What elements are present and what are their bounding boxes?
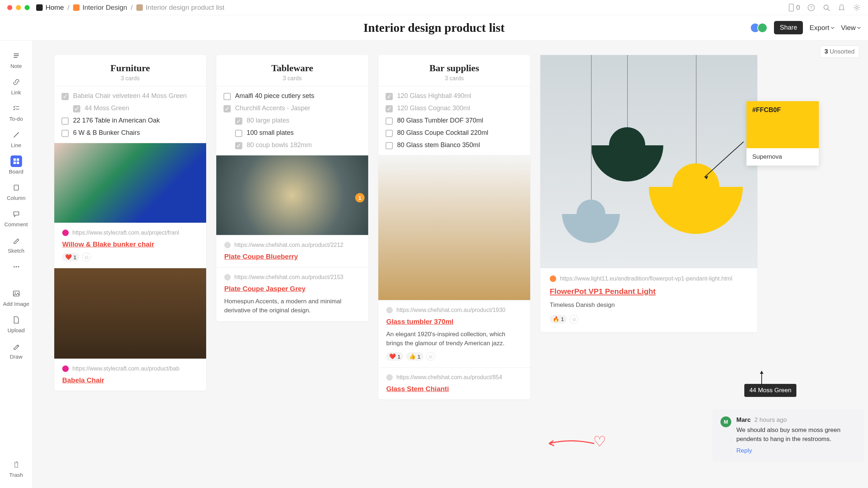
- maximize-dot[interactable]: [25, 5, 30, 10]
- rail-sketch[interactable]: Sketch: [0, 233, 32, 257]
- link-title[interactable]: Glass Stem Chianti: [386, 385, 522, 393]
- devices-button[interactable]: 0: [788, 4, 800, 12]
- todo-item[interactable]: ✓120 Glass Highball 490ml: [386, 92, 523, 100]
- link-card[interactable]: https://www.stylecraft.com.au/product/ba…: [54, 359, 206, 391]
- bell-icon[interactable]: [838, 4, 846, 12]
- todo-list: Amalfi 40 piece cutlery sets ✓Churchill …: [216, 86, 368, 155]
- view-button[interactable]: View: [841, 24, 861, 32]
- checkbox-icon: ✓: [61, 93, 69, 100]
- close-dot[interactable]: [7, 5, 12, 10]
- checkbox-icon: ✓: [386, 105, 393, 112]
- rail-todo[interactable]: To-do: [0, 101, 32, 125]
- add-reaction-icon[interactable]: ☺: [82, 253, 91, 261]
- todo-item[interactable]: 80 Glass Tumbler DOF 370ml: [386, 117, 523, 125]
- link-title[interactable]: Babela Chair: [62, 376, 198, 384]
- rail-draw[interactable]: Draw: [0, 339, 32, 363]
- comment-count-badge[interactable]: 1: [355, 193, 365, 202]
- column-tableware[interactable]: Tableware 3 cards Amalfi 40 piece cutler…: [216, 55, 368, 321]
- sketch-arrow-icon: [545, 436, 596, 451]
- rail-add-image[interactable]: Add Image: [0, 286, 32, 310]
- link-title[interactable]: Plate Coupe Blueberry: [224, 253, 360, 261]
- link-card[interactable]: https://www.chefshat.com.au/product/2153…: [216, 267, 368, 321]
- link-title[interactable]: Glass tumbler 370ml: [386, 318, 522, 326]
- reaction[interactable]: 👍1: [406, 352, 423, 361]
- svg-rect-9: [13, 162, 16, 164]
- svg-point-5: [856, 7, 858, 9]
- reaction[interactable]: ❤️1: [386, 352, 403, 361]
- breadcrumb-leaf[interactable]: Interior design product list: [136, 4, 225, 12]
- pencil-icon: [10, 341, 22, 352]
- link-card[interactable]: https://www.chefshat.com.au/product/1930…: [378, 300, 530, 367]
- todo-item[interactable]: 80 Glass stem Bianco 350ml: [386, 141, 523, 149]
- product-title[interactable]: FlowerPot VP1 Pendant Light: [550, 287, 748, 296]
- checkbox-icon: [61, 117, 69, 125]
- home-icon: [36, 4, 43, 11]
- todo-item[interactable]: ✓Churchill Accents - Jasper: [224, 104, 361, 112]
- photo-placeholder: [378, 155, 530, 300]
- rail-upload[interactable]: Upload: [0, 313, 32, 336]
- link-title[interactable]: Plate Coupe Jasper Grey: [224, 285, 360, 293]
- detail-card[interactable]: #FFCB0F Supernova https://www.light11.eu…: [540, 55, 757, 332]
- gear-icon[interactable]: [853, 4, 861, 12]
- column-bar-supplies[interactable]: Bar supplies 3 cards ✓120 Glass Highball…: [378, 55, 530, 399]
- photo-placeholder: [54, 143, 206, 223]
- image-card[interactable]: [54, 143, 206, 223]
- add-reaction-icon[interactable]: ☺: [570, 315, 578, 324]
- reaction[interactable]: ❤️1: [62, 253, 79, 261]
- checkbox-icon: [386, 142, 393, 149]
- add-reaction-icon[interactable]: ☺: [426, 352, 435, 361]
- breadcrumb-interior[interactable]: Interior Design: [73, 4, 127, 12]
- rail-note[interactable]: Note: [0, 48, 32, 72]
- window-chrome: Home / Interior Design / Interior design…: [0, 0, 868, 15]
- reaction[interactable]: 🔥1: [550, 315, 567, 324]
- link-card[interactable]: https://www.chefshat.com.au/product/2212…: [216, 235, 368, 267]
- svg-point-14: [18, 266, 19, 267]
- todo-item[interactable]: ✓120 Glass Cognac 300ml: [386, 104, 523, 112]
- image-card[interactable]: [54, 268, 206, 359]
- chevron-down-icon: [831, 26, 834, 30]
- export-button[interactable]: Export: [809, 24, 834, 32]
- svg-rect-0: [789, 4, 793, 11]
- unsorted-badge[interactable]: 3 Unsorted: [820, 46, 859, 58]
- rail-line[interactable]: Line: [0, 128, 32, 151]
- todo-item[interactable]: 100 small plates: [224, 129, 361, 137]
- help-icon[interactable]: ?: [807, 4, 815, 12]
- favicon-icon: [386, 307, 393, 313]
- todo-item[interactable]: 6 W & B Bunker Chairs: [61, 129, 199, 137]
- collaborator-avatars[interactable]: [753, 23, 767, 33]
- rail-comment[interactable]: Comment: [0, 207, 32, 230]
- link-card[interactable]: https://www.stylecraft.com.au/project/fr…: [54, 223, 206, 268]
- comment-icon: [10, 208, 22, 220]
- link-title[interactable]: Willow & Blake bunker chair: [62, 240, 198, 248]
- swatch-name: Supernova: [746, 148, 819, 166]
- todo-item[interactable]: 80 Glass Coupe Cocktail 220ml: [386, 129, 523, 137]
- search-icon[interactable]: [822, 4, 830, 12]
- board-canvas[interactable]: 3 Unsorted Furniture 3 cards ✓Babela Cha…: [33, 40, 868, 488]
- todo-item[interactable]: Amalfi 40 piece cutlery sets: [224, 92, 361, 100]
- rail-more[interactable]: [0, 260, 32, 275]
- image-card[interactable]: [378, 155, 530, 300]
- reply-button[interactable]: Reply: [736, 447, 752, 454]
- more-icon: [10, 261, 22, 273]
- rail-column[interactable]: Column: [0, 180, 32, 204]
- todo-item[interactable]: ✓80 large plates: [224, 117, 361, 125]
- breadcrumb-home[interactable]: Home: [36, 4, 64, 12]
- link-card[interactable]: https://www.chefshat.com.au/product/854 …: [378, 367, 530, 399]
- image-card[interactable]: 1: [216, 155, 368, 235]
- rail-trash[interactable]: Trash: [0, 457, 32, 481]
- todo-item[interactable]: ✓Babela Chair velveteen 44 Moss Green: [61, 92, 199, 100]
- rail-board[interactable]: Board: [0, 154, 32, 177]
- share-button[interactable]: Share: [774, 21, 803, 34]
- comment-bubble[interactable]: M Marc2 hours ago We should also buy som…: [712, 409, 864, 462]
- color-tag-pill[interactable]: 44 Moss Green: [744, 384, 796, 397]
- product-description: Timeless Danish design: [550, 301, 748, 310]
- minimize-dot[interactable]: [16, 5, 21, 10]
- todo-item[interactable]: 22 176 Table in American Oak: [61, 117, 199, 125]
- color-swatch[interactable]: #FFCB0F Supernova: [746, 101, 819, 166]
- todo-item[interactable]: ✓80 coup bowls 182mm: [224, 141, 361, 149]
- todo-item[interactable]: ✓44 Moss Green: [61, 104, 199, 112]
- favicon-icon: [550, 275, 556, 282]
- rail-link[interactable]: Link: [0, 75, 32, 98]
- folder-icon: [73, 4, 80, 11]
- column-furniture[interactable]: Furniture 3 cards ✓Babela Chair velvetee…: [54, 55, 206, 391]
